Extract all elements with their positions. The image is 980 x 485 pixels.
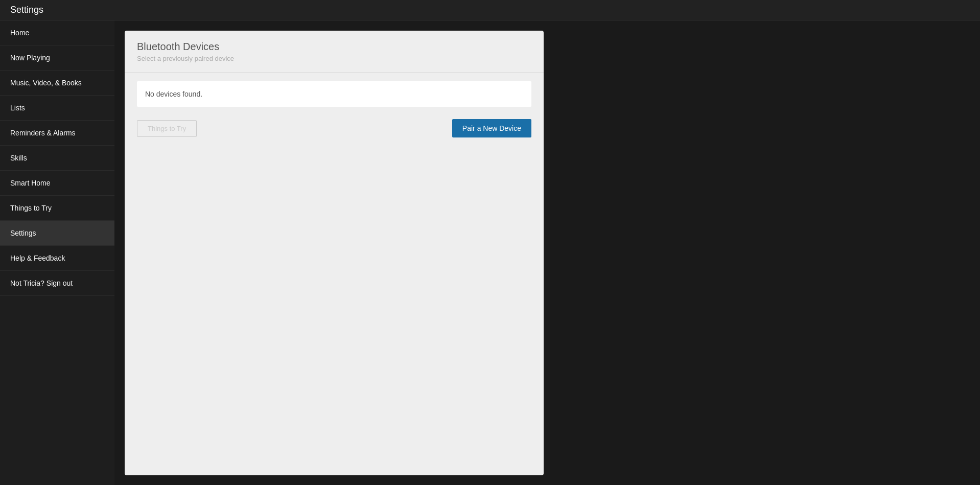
no-devices-text: No devices found. bbox=[145, 90, 202, 98]
sidebar-item-help-feedback[interactable]: Help & Feedback bbox=[0, 246, 114, 271]
pair-new-device-button[interactable]: Pair a New Device bbox=[452, 119, 531, 137]
sidebar-item-now-playing[interactable]: Now Playing bbox=[0, 45, 114, 71]
devices-list: No devices found. bbox=[137, 81, 531, 107]
bluetooth-title: Bluetooth Devices bbox=[137, 41, 531, 53]
sidebar-item-things-to-try[interactable]: Things to Try bbox=[0, 196, 114, 221]
sidebar: HomeNow PlayingMusic, Video, & BooksList… bbox=[0, 20, 114, 485]
bluetooth-subtitle: Select a previously paired device bbox=[137, 55, 531, 62]
sidebar-item-home[interactable]: Home bbox=[0, 20, 114, 45]
sidebar-item-settings[interactable]: Settings bbox=[0, 221, 114, 246]
sidebar-item-reminders-alarms[interactable]: Reminders & Alarms bbox=[0, 121, 114, 146]
sidebar-item-skills[interactable]: Skills bbox=[0, 146, 114, 171]
page-title: Settings bbox=[10, 5, 43, 15]
header: Settings bbox=[0, 0, 980, 20]
things-to-try-button[interactable]: Things to Try bbox=[137, 120, 197, 137]
bluetooth-section: Bluetooth Devices Select a previously pa… bbox=[125, 31, 544, 73]
sidebar-item-smart-home[interactable]: Smart Home bbox=[0, 171, 114, 196]
bottom-row: Things to Try Pair a New Device bbox=[125, 115, 544, 146]
sidebar-item-lists[interactable]: Lists bbox=[0, 96, 114, 121]
main-layout: HomeNow PlayingMusic, Video, & BooksList… bbox=[0, 20, 980, 485]
sidebar-item-music-video-books[interactable]: Music, Video, & Books bbox=[0, 71, 114, 96]
settings-panel: Bluetooth Devices Select a previously pa… bbox=[125, 31, 544, 475]
sidebar-item-sign-out[interactable]: Not Tricia? Sign out bbox=[0, 271, 114, 296]
content-area: Bluetooth Devices Select a previously pa… bbox=[114, 20, 980, 485]
